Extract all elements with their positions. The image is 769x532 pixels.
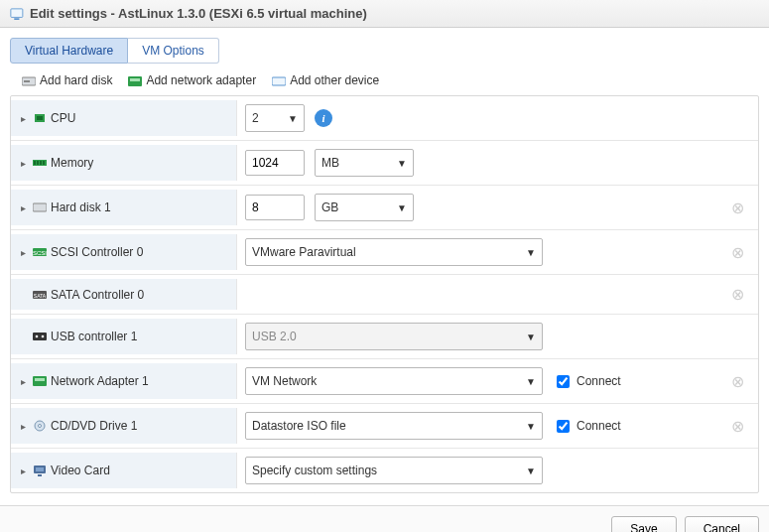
memory-value-input[interactable]	[245, 150, 305, 176]
memory-unit-select[interactable]: MB▼	[315, 149, 414, 177]
network-select[interactable]: VM Network▼	[245, 367, 543, 395]
tab-bar: Virtual Hardware VM Options	[10, 38, 759, 64]
memory-icon	[33, 157, 47, 169]
svg-rect-3	[24, 80, 30, 82]
usb-icon	[33, 331, 47, 342]
expand-icon[interactable]: ▸	[17, 247, 29, 258]
svg-point-20	[36, 335, 39, 338]
row-usb-1: ▸ USB controller 1 USB 2.0▼	[11, 315, 758, 359]
nic-icon	[128, 75, 142, 87]
expand-icon[interactable]: ▸	[17, 466, 29, 476]
chevron-down-icon: ▼	[397, 202, 407, 213]
row-video-card: ▸ Video Card Specify custom settings▼	[11, 449, 758, 492]
svg-rect-28	[38, 474, 42, 476]
expand-icon[interactable]: ▸	[17, 202, 29, 213]
row-sata-0: ▸ SATA SATA Controller 0 ⊗	[11, 275, 758, 315]
sata-icon: SATA	[33, 289, 47, 301]
nic-icon	[33, 375, 47, 387]
save-button[interactable]: Save	[611, 516, 676, 532]
svg-rect-23	[35, 378, 45, 381]
scsi-type-select[interactable]: VMware Paravirtual▼	[245, 238, 543, 266]
video-card-icon	[33, 465, 47, 476]
row-hard-disk-1: ▸ Hard disk 1 GB▼ ⊗	[11, 186, 758, 230]
chevron-down-icon: ▼	[526, 332, 536, 342]
video-card-label: Video Card	[51, 464, 110, 477]
vm-icon	[10, 8, 24, 20]
chevron-down-icon: ▼	[526, 421, 536, 432]
svg-rect-8	[37, 116, 43, 120]
cddvd-source-select[interactable]: Datastore ISO file▼	[245, 412, 543, 440]
window-title: Edit settings - AstLinux 1.3.0 (ESXi 6.5…	[30, 6, 367, 21]
hard-disk-size-input[interactable]	[245, 195, 305, 220]
add-toolbar: Add hard disk Add network adapter Add ot…	[0, 69, 769, 95]
remove-sata-button[interactable]: ⊗	[722, 285, 752, 304]
svg-text:SATA: SATA	[34, 293, 47, 299]
expand-icon[interactable]: ▸	[17, 158, 29, 169]
svg-rect-1	[14, 18, 19, 20]
cpu-count-select[interactable]: 2▼	[245, 104, 305, 132]
row-cddvd-1: ▸ CD/DVD Drive 1 Datastore ISO file▼ Con…	[11, 404, 758, 449]
hard-disk-unit-select[interactable]: GB▼	[315, 194, 414, 221]
expand-icon[interactable]: ▸	[17, 421, 29, 432]
svg-point-21	[42, 335, 45, 338]
svg-rect-11	[37, 161, 39, 165]
title-bar: Edit settings - AstLinux 1.3.0 (ESXi 6.5…	[0, 0, 769, 28]
hard-disk-icon	[22, 75, 36, 87]
row-scsi-0: ▸ SCSI SCSI Controller 0 VMware Paravirt…	[11, 230, 758, 275]
cddvd-1-label: CD/DVD Drive 1	[51, 419, 137, 433]
device-icon	[272, 75, 286, 87]
add-network-adapter-button[interactable]: Add network adapter	[128, 73, 256, 87]
sata-0-label: SATA Controller 0	[51, 288, 144, 302]
row-network-adapter-1: ▸ Network Adapter 1 VM Network▼ Connect …	[11, 359, 758, 404]
expand-icon[interactable]: ▸	[17, 113, 29, 124]
dialog-footer: Save Cancel	[0, 505, 769, 532]
info-icon[interactable]: i	[315, 109, 332, 127]
svg-text:SCSI: SCSI	[33, 250, 47, 256]
row-memory: ▸ Memory MB▼	[11, 141, 758, 186]
network-adapter-1-label: Network Adapter 1	[51, 374, 149, 388]
expand-icon[interactable]: ▸	[17, 376, 29, 387]
memory-label: Memory	[51, 156, 93, 170]
svg-point-25	[39, 425, 42, 428]
chevron-down-icon: ▼	[288, 113, 298, 124]
hard-disk-1-label: Hard disk 1	[51, 200, 111, 214]
usb-1-label: USB controller 1	[51, 330, 137, 343]
hardware-panel: ▸ CPU 2▼ i ▸ Memory MB▼ ▸	[10, 95, 759, 493]
svg-rect-10	[34, 161, 36, 165]
remove-network-adapter-button[interactable]: ⊗	[722, 372, 752, 391]
cpu-label: CPU	[51, 111, 75, 125]
add-other-device-button[interactable]: Add other device	[272, 73, 379, 87]
svg-rect-14	[33, 203, 47, 211]
row-cpu: ▸ CPU 2▼ i	[11, 96, 758, 141]
tab-virtual-hardware[interactable]: Virtual Hardware	[10, 38, 128, 64]
remove-scsi-button[interactable]: ⊗	[722, 243, 752, 262]
cancel-button[interactable]: Cancel	[685, 516, 759, 532]
tab-vm-options[interactable]: VM Options	[128, 38, 219, 64]
svg-rect-12	[40, 161, 42, 165]
remove-hard-disk-button[interactable]: ⊗	[722, 199, 752, 217]
svg-rect-19	[33, 332, 47, 340]
remove-cddvd-button[interactable]: ⊗	[722, 417, 752, 436]
chevron-down-icon: ▼	[526, 466, 536, 476]
video-card-select[interactable]: Specify custom settings▼	[245, 457, 543, 484]
scsi-icon: SCSI	[33, 246, 47, 258]
cpu-icon	[33, 112, 47, 124]
svg-rect-27	[36, 467, 44, 471]
chevron-down-icon: ▼	[526, 247, 536, 258]
svg-rect-0	[11, 8, 23, 17]
chevron-down-icon: ▼	[526, 376, 536, 387]
svg-rect-13	[43, 161, 45, 165]
svg-rect-5	[130, 78, 140, 81]
hard-disk-icon	[33, 201, 47, 213]
cddvd-connect-checkbox[interactable]: Connect	[553, 417, 621, 436]
network-connect-checkbox[interactable]: Connect	[553, 372, 621, 391]
usb-type-select: USB 2.0▼	[245, 323, 543, 350]
disc-icon	[33, 420, 47, 432]
chevron-down-icon: ▼	[397, 158, 407, 169]
add-hard-disk-button[interactable]: Add hard disk	[22, 73, 112, 87]
svg-rect-6	[272, 77, 286, 85]
scsi-0-label: SCSI Controller 0	[51, 245, 143, 259]
